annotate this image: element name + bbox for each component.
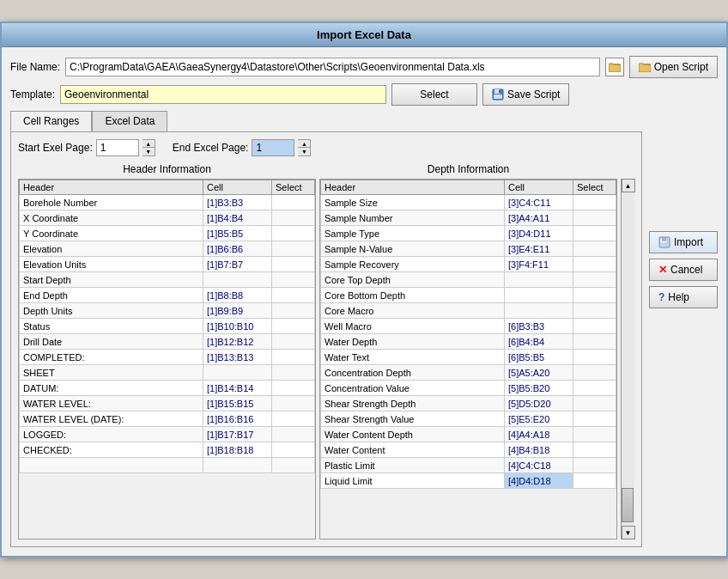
cancel-button[interactable]: ✕ Cancel xyxy=(649,259,718,281)
depth-cell-select[interactable] xyxy=(573,272,616,288)
header-cell-select[interactable] xyxy=(272,241,315,257)
depth-cell-value: [5]A5:A20 xyxy=(505,365,573,381)
file-name-row: File Name: Open Script xyxy=(10,56,718,78)
header-cell-select[interactable] xyxy=(272,396,315,411)
depth-cell-select[interactable] xyxy=(573,226,616,241)
depth-cell-select[interactable] xyxy=(573,195,616,210)
depth-cell-select[interactable] xyxy=(573,458,616,473)
header-cell-value: [1]B8:B8 xyxy=(203,288,272,303)
end-page-input[interactable] xyxy=(252,139,294,156)
header-cell-select[interactable] xyxy=(272,195,315,210)
header-cell-select[interactable] xyxy=(272,381,315,396)
depth-table-row: Sample Number[3]A4:A11 xyxy=(321,210,616,226)
depth-table-wrapper: Header Cell Select Sample Size[3]C4:C11S… xyxy=(319,179,617,539)
depth-cell-select[interactable] xyxy=(573,396,616,411)
header-cell-select[interactable] xyxy=(272,272,315,288)
depth-table-row: Water Depth[6]B4:B4 xyxy=(321,334,616,350)
depth-cell-name: Core Macro xyxy=(321,303,505,319)
scroll-down-arrow[interactable]: ▼ xyxy=(622,526,635,539)
header-cell-select[interactable] xyxy=(272,411,315,427)
open-script-button[interactable]: Open Script xyxy=(629,56,718,78)
end-page-down[interactable]: ▼ xyxy=(298,148,310,155)
header-cell-name: WATER LEVEL (DATE): xyxy=(20,411,203,427)
tab-cell-ranges[interactable]: Cell Ranges xyxy=(10,111,92,131)
save-script-button[interactable]: Save Script xyxy=(482,83,569,106)
import-button[interactable]: Import xyxy=(649,231,718,253)
depth-cell-select[interactable] xyxy=(573,427,616,442)
header-cell-select[interactable] xyxy=(272,226,315,241)
depth-cell-select[interactable] xyxy=(573,334,616,350)
start-page-down[interactable]: ▼ xyxy=(143,148,155,155)
header-cell-select[interactable] xyxy=(272,257,315,272)
start-page-input[interactable] xyxy=(96,139,139,156)
depth-cell-name: Water Content Depth xyxy=(321,427,505,442)
header-cell-select[interactable] xyxy=(272,442,315,458)
browse-button[interactable] xyxy=(605,58,624,76)
header-cell-select[interactable] xyxy=(272,319,315,334)
main-layout: Cell Ranges Excel Data Start Exel Page: … xyxy=(10,111,718,547)
depth-cell-select[interactable] xyxy=(573,257,616,272)
header-cell-select[interactable] xyxy=(272,288,315,303)
header-table-row: Start Depth xyxy=(20,272,315,288)
depth-cell-select[interactable] xyxy=(573,381,616,396)
header-cell-select[interactable] xyxy=(272,334,315,350)
header-table-row: Status[1]B10:B10 xyxy=(20,319,315,334)
header-cell-value: [1]B7:B7 xyxy=(203,257,272,272)
header-cell-value: [1]B18:B18 xyxy=(203,442,272,458)
depth-cell-select[interactable] xyxy=(573,365,616,381)
end-page-spinner: ▲ ▼ xyxy=(298,139,311,156)
cancel-x-icon: ✕ xyxy=(658,264,667,276)
depth-cell-value: [4]C4:C18 xyxy=(505,458,573,473)
depth-cell-select[interactable] xyxy=(573,319,616,334)
header-cell-select[interactable] xyxy=(272,427,315,442)
end-page-up[interactable]: ▲ xyxy=(298,140,310,148)
header-table-row: CHECKED:[1]B18:B18 xyxy=(20,442,315,458)
header-table: Header Cell Select Borehole Number[1]B3:… xyxy=(19,180,315,473)
right-panel: Import ✕ Cancel ? Help xyxy=(642,111,718,547)
depth-cell-select[interactable] xyxy=(573,411,616,427)
header-cell-name: Y Coordinate xyxy=(20,226,203,241)
header-table-row: Drill Date[1]B12:B12 xyxy=(20,334,315,350)
depth-cell-select[interactable] xyxy=(573,303,616,319)
header-table-row: WATER LEVEL (DATE):[1]B16:B16 xyxy=(20,411,315,427)
scroll-up-arrow[interactable]: ▲ xyxy=(622,179,635,192)
depth-table-row: Sample N-Value[3]E4:E11 xyxy=(321,241,616,257)
start-page-up[interactable]: ▲ xyxy=(143,140,155,148)
template-input[interactable] xyxy=(60,85,386,104)
depth-cell-value xyxy=(505,272,573,288)
depth-cell-value: [3]F4:F11 xyxy=(505,257,573,272)
select-button[interactable]: Select xyxy=(391,83,477,106)
header-cell-select[interactable] xyxy=(272,350,315,365)
header-cell-value: [1]B6:B6 xyxy=(203,241,272,257)
header-cell-select[interactable] xyxy=(272,458,315,473)
header-cell-name: Elevation Units xyxy=(20,257,203,272)
depth-cell-name: Sample Number xyxy=(321,210,505,226)
scroll-thumb[interactable] xyxy=(622,488,634,522)
depth-table: Header Cell Select Sample Size[3]C4:C11S… xyxy=(320,180,616,489)
tab-excel-data[interactable]: Excel Data xyxy=(92,111,167,131)
depth-cell-value: [6]B4:B4 xyxy=(505,334,573,350)
header-table-row xyxy=(20,458,315,473)
depth-cell-name: Core Top Depth xyxy=(321,272,505,288)
depth-cell-select[interactable] xyxy=(573,210,616,226)
depth-table-row: Concentration Depth[5]A5:A20 xyxy=(321,365,616,381)
depth-cell-name: Core Bottom Depth xyxy=(321,288,505,303)
header-cell-select[interactable] xyxy=(272,210,315,226)
depth-cell-select[interactable] xyxy=(573,442,616,458)
header-cell-select[interactable] xyxy=(272,365,315,381)
depth-cell-select[interactable] xyxy=(573,473,616,489)
depth-table-row: Sample Recovery[3]F4:F11 xyxy=(321,257,616,272)
file-path-input[interactable] xyxy=(65,58,600,76)
header-cell-select[interactable] xyxy=(272,303,315,319)
help-button[interactable]: ? Help xyxy=(649,286,718,308)
depth-cell-select[interactable] xyxy=(573,350,616,365)
depth-cell-value: [5]D5:D20 xyxy=(505,396,573,411)
depth-cell-select[interactable] xyxy=(573,241,616,257)
depth-table-row: Liquid Limit[4]D4:D18 xyxy=(321,473,616,489)
select-label: Select xyxy=(420,88,448,101)
header-cell-value xyxy=(203,272,272,288)
depth-cell-select[interactable] xyxy=(573,288,616,303)
scroll-track[interactable]: ▲ ▼ xyxy=(621,179,634,539)
header-cell-name: Drill Date xyxy=(20,334,203,350)
header-table-row: COMPLETED:[1]B13:B13 xyxy=(20,350,315,365)
